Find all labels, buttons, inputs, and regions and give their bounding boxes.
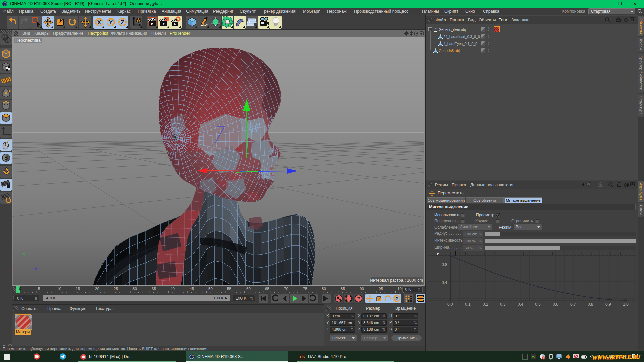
svg-text:P: P <box>395 296 398 301</box>
svg-text:X: X <box>97 19 101 26</box>
svg-text:0.6: 0.6 <box>553 302 558 307</box>
svg-text:?: ? <box>357 296 360 301</box>
svg-text:Интервал растра : 1000 cm: Интервал растра : 1000 cm <box>370 278 423 283</box>
svg-text:0.5: 0.5 <box>535 302 541 307</box>
svg-text:0.4: 0.4 <box>442 280 447 285</box>
svg-text:0.8: 0.8 <box>442 262 447 267</box>
svg-text:0.7: 0.7 <box>570 302 576 307</box>
svg-text:0.0: 0.0 <box>447 302 453 307</box>
svg-text:0.3: 0.3 <box>500 302 506 307</box>
svg-text:S: S <box>4 155 8 161</box>
svg-text:Z: Z <box>34 267 37 273</box>
svg-text:Y: Y <box>109 19 113 26</box>
svg-text:0.1: 0.1 <box>465 302 471 307</box>
svg-text:1.0: 1.0 <box>623 302 629 307</box>
svg-text:DS: DS <box>300 355 305 359</box>
svg-text:Z: Z <box>121 19 124 26</box>
svg-text:0.8: 0.8 <box>588 302 593 307</box>
svg-text:0.4: 0.4 <box>518 302 523 307</box>
svg-text:Y: Y <box>23 252 26 257</box>
svg-text:0.2: 0.2 <box>483 302 488 307</box>
svg-text:0.9: 0.9 <box>605 302 611 307</box>
